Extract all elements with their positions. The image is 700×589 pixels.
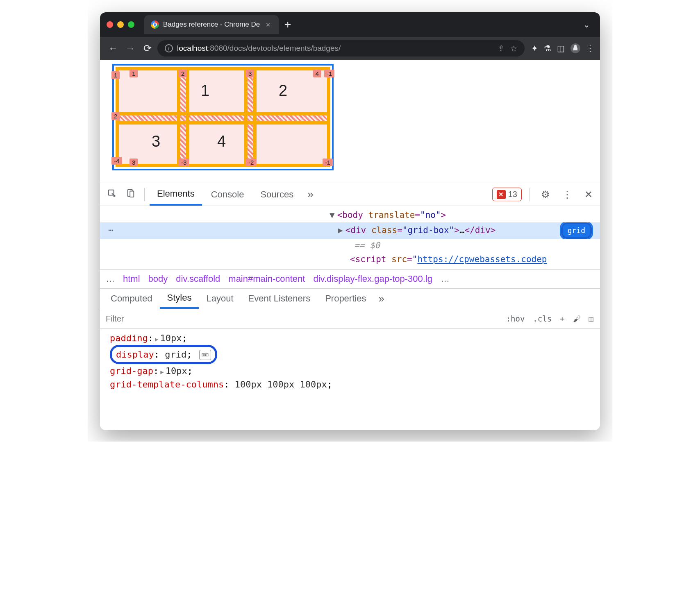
css-declaration[interactable]: padding:▶10px; — [110, 331, 590, 345]
grid-col-label: 2 — [179, 70, 187, 77]
expand-arrow-icon[interactable]: ▶ — [160, 368, 164, 376]
breadcrumb-item[interactable]: html — [123, 274, 140, 284]
grid-label-bottom: -4 — [111, 157, 122, 165]
tab-sources[interactable]: Sources — [253, 183, 301, 206]
sidepanel-icon[interactable]: ◫ — [557, 43, 565, 53]
page-viewport: 1 2 3 4 1 1 2 3 4 -1 2 -4 3 -3 -2 -1 — [100, 60, 600, 183]
new-tab-button[interactable]: + — [284, 18, 291, 31]
dom-line-body[interactable]: ▼<body translate="no"> — [100, 208, 600, 222]
new-rule-button[interactable]: + — [557, 314, 567, 323]
extension-icons: ✦ ⚗ ◫ ⋮ — [531, 43, 594, 53]
devtools-tabbar: Elements Console Sources » ✕ 13 ⚙ ⋮ ✕ — [100, 183, 600, 206]
tab-elements[interactable]: Elements — [150, 183, 202, 206]
script-url[interactable]: https://cpwebassets.codep — [417, 254, 547, 264]
devtools-menu-icon[interactable]: ⋮ — [558, 189, 576, 200]
tab-close-button[interactable]: × — [264, 20, 272, 29]
tab-layout[interactable]: Layout — [199, 289, 241, 309]
dom-line-script[interactable]: <script src="https://cpwebassets.codep — [100, 253, 600, 267]
collapse-triangle-icon[interactable]: ▼ — [330, 210, 335, 220]
chrome-favicon — [151, 20, 159, 29]
breadcrumb-item[interactable]: main#main-content — [228, 274, 305, 284]
css-declaration-display[interactable]: display: grid; ⊞⊞ — [110, 345, 590, 364]
profile-avatar[interactable] — [570, 43, 580, 53]
paint-icon[interactable]: 🖌 — [570, 314, 583, 323]
error-count: 13 — [508, 190, 517, 199]
omnibox[interactable]: i localhost:8080/docs/devtools/elements/… — [157, 40, 525, 57]
grid-col-label: 3 — [246, 70, 254, 77]
tab-title: Badges reference - Chrome De — [163, 20, 260, 29]
settings-icon[interactable]: ⚙ — [537, 189, 554, 200]
window-minimize-button[interactable] — [117, 21, 124, 28]
breadcrumb-overflow[interactable]: … — [441, 274, 450, 284]
site-info-icon[interactable]: i — [165, 44, 173, 52]
error-count-badge[interactable]: ✕ 13 — [492, 188, 522, 201]
tab-styles[interactable]: Styles — [160, 289, 199, 309]
breadcrumb-overflow[interactable]: … — [106, 274, 115, 284]
highlight-display-grid: display: grid; ⊞⊞ — [110, 345, 217, 364]
tab-console[interactable]: Console — [204, 183, 252, 206]
grid-cell-3: 3 — [152, 133, 160, 150]
url-port: :8080 — [208, 44, 227, 52]
error-icon: ✕ — [497, 190, 506, 199]
tab-computed[interactable]: Computed — [103, 289, 160, 309]
grid-overlay: 1 2 3 4 1 1 2 3 4 -1 2 -4 3 -3 -2 -1 — [112, 64, 334, 170]
kebab-menu-icon[interactable]: ⋮ — [586, 43, 594, 53]
window-maximize-button[interactable] — [128, 21, 134, 28]
grid-row-label: 2 — [111, 112, 120, 120]
tab-properties[interactable]: Properties — [318, 289, 373, 309]
css-prop-padding: padding — [110, 333, 148, 343]
nav-back-button[interactable]: ← — [106, 43, 120, 54]
css-val-padding: 10px — [160, 333, 182, 343]
computed-toggle-icon[interactable]: ◫ — [586, 314, 596, 323]
expand-arrow-icon[interactable]: ▶ — [155, 335, 158, 344]
dom-breadcrumb: … html body div.scaffold main#main-conte… — [100, 269, 600, 289]
grid-cell-1: 1 — [201, 82, 209, 100]
dom-tree[interactable]: ▼<body translate="no"> ▶<div class="grid… — [100, 206, 600, 269]
css-prop-gap: grid-gap — [110, 366, 153, 376]
nav-reload-button[interactable]: ⟳ — [140, 43, 155, 54]
grid-label-bottom: 3 — [130, 159, 138, 166]
dom-selected-marker: == $0 — [100, 239, 600, 253]
tab-event-listeners[interactable]: Event Listeners — [241, 289, 318, 309]
grid-badge[interactable]: grid — [561, 222, 592, 239]
traffic-lights — [107, 21, 134, 28]
css-declaration[interactable]: grid-template-columns: 100px 100px 100px… — [110, 378, 590, 391]
window-close-button[interactable] — [107, 21, 113, 28]
grid-cell-4: 4 — [217, 133, 226, 150]
grid-editor-icon[interactable]: ⊞⊞ — [199, 350, 211, 360]
extensions-icon[interactable]: ✦ — [531, 43, 538, 53]
css-declaration[interactable]: grid-gap:▶10px; — [110, 364, 590, 378]
tabs-overflow-icon[interactable]: » — [302, 188, 318, 201]
cls-toggle[interactable]: .cls — [530, 314, 554, 323]
collapse-triangle-icon[interactable]: ▶ — [338, 224, 343, 238]
css-rule-block[interactable]: padding:▶10px; display: grid; ⊞⊞ grid-ga… — [100, 329, 600, 394]
breadcrumb-item[interactable]: div.display-flex.gap-top-300.lg — [313, 274, 432, 284]
devtools-close-icon[interactable]: ✕ — [580, 189, 597, 200]
device-toggle-icon[interactable] — [122, 189, 139, 200]
grid-col-label: 1 — [130, 70, 138, 77]
grid-label-bottom: -3 — [179, 159, 189, 166]
grid-cell-2: 2 — [279, 82, 287, 100]
url-host: localhost — [177, 44, 208, 52]
tabs-overflow-button[interactable]: ⌄ — [583, 20, 590, 29]
share-icon[interactable]: ⇪ — [498, 44, 505, 53]
labs-icon[interactable]: ⚗ — [544, 43, 551, 53]
nav-forward-button[interactable]: → — [123, 43, 138, 54]
css-val-gap: 10px — [166, 366, 187, 376]
styles-filter-input[interactable] — [100, 314, 504, 324]
bookmark-icon[interactable]: ☆ — [510, 44, 517, 53]
grid-col-label: -1 — [324, 70, 334, 77]
styles-overflow-icon[interactable]: » — [373, 292, 389, 305]
url-path: /docs/devtools/elements/badges/ — [227, 44, 341, 52]
grid-col-label: 1 — [111, 71, 120, 79]
browser-tab[interactable]: Badges reference - Chrome De × — [144, 15, 279, 34]
grid-col-label: 4 — [313, 70, 321, 77]
inspect-icon[interactable] — [103, 189, 120, 200]
breadcrumb-item[interactable]: div.scaffold — [176, 274, 220, 284]
css-prop-display: display — [116, 349, 154, 360]
titlebar: Badges reference - Chrome De × + ⌄ — [100, 12, 600, 37]
grid-label-bottom: -1 — [323, 159, 333, 166]
dom-line-selected[interactable]: ▶<div class="grid-box">…</div> grid — [100, 222, 600, 239]
hov-toggle[interactable]: :hov — [504, 314, 527, 323]
breadcrumb-item[interactable]: body — [148, 274, 168, 284]
